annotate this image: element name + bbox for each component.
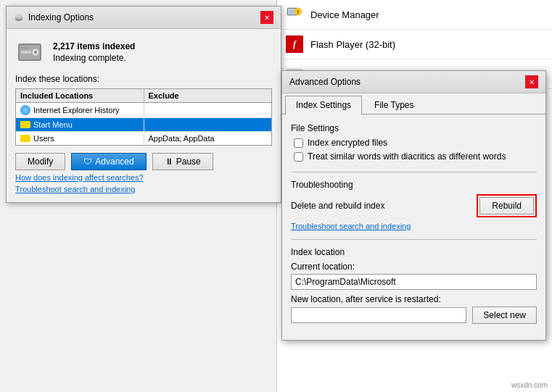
troubleshoot-search-link[interactable]: Troubleshoot search and indexing bbox=[291, 222, 537, 230]
status-message: Indexing complete. bbox=[53, 53, 135, 63]
advanced-button[interactable]: 🛡Advanced bbox=[71, 153, 146, 170]
modify-button[interactable]: Modify bbox=[15, 153, 65, 170]
device-manager-icon: ! bbox=[286, 6, 303, 23]
table-row[interactable]: Start Menu bbox=[16, 118, 271, 132]
pause-button[interactable]: ⏸Pause bbox=[152, 153, 213, 170]
advanced-dialog-title: Advanced Options bbox=[289, 77, 361, 87]
table-row[interactable]: Users AppData; AppData bbox=[16, 132, 271, 145]
svg-rect-24 bbox=[21, 51, 31, 54]
file-settings-group: File Settings Index encrypted files Trea… bbox=[291, 123, 537, 162]
pause-icon: ⏸ bbox=[165, 157, 173, 167]
advanced-dialog-body: File Settings Index encrypted files Trea… bbox=[282, 114, 545, 340]
index-location-title: Index location bbox=[291, 247, 537, 257]
checkbox-row-encrypted: Index encrypted files bbox=[291, 138, 537, 148]
location-name-ie: Internet Explorer History bbox=[33, 106, 120, 114]
checkbox-row-diacritics: Treat similar words with diacritics as d… bbox=[291, 151, 537, 162]
file-settings-title: File Settings bbox=[291, 123, 537, 133]
diacritics-label: Treat similar words with diacritics as d… bbox=[308, 151, 506, 162]
new-location-row: Select new bbox=[291, 306, 537, 324]
globe-icon bbox=[20, 105, 30, 115]
index-location-section: Index location Current location: New loc… bbox=[291, 247, 537, 324]
index-encrypted-checkbox[interactable] bbox=[294, 138, 303, 148]
divider-1 bbox=[291, 172, 537, 172]
delete-rebuild-label: Delete and rebuild index bbox=[291, 201, 384, 211]
tab-index-settings[interactable]: Index Settings bbox=[285, 96, 362, 114]
divider-2 bbox=[291, 239, 537, 240]
location-name-startmenu: Start Menu bbox=[33, 120, 73, 129]
svg-point-23 bbox=[34, 51, 37, 54]
device-manager-item[interactable]: ! Device Manager bbox=[277, 0, 552, 30]
exclude-cell-startmenu bbox=[144, 122, 272, 127]
advanced-options-dialog: Advanced Options ✕ Index Settings File T… bbox=[281, 70, 546, 341]
rebuild-button[interactable]: Rebuild bbox=[479, 197, 534, 214]
location-cell-users: Users bbox=[16, 132, 144, 145]
indexing-title-icon bbox=[14, 12, 24, 22]
tabs-bar: Index Settings File Types bbox=[282, 93, 545, 114]
svg-text:!: ! bbox=[297, 9, 299, 14]
advanced-titlebar: Advanced Options ✕ bbox=[282, 71, 545, 93]
current-location-label: Current location: bbox=[291, 262, 537, 272]
folder-icon bbox=[20, 135, 30, 142]
device-manager-label: Device Manager bbox=[310, 9, 379, 20]
locations-table: Included Locations Exclude Internet Expl… bbox=[15, 88, 272, 146]
troubleshoot-title: Troubleshooting bbox=[291, 180, 537, 190]
indexing-dialog-buttons: Modify 🛡Advanced ⏸Pause bbox=[15, 153, 272, 170]
how-does-indexing-link[interactable]: How does indexing affect searches? bbox=[15, 173, 272, 182]
location-cell-startmenu: Start Menu bbox=[16, 118, 144, 131]
status-area: 2,217 items indexed Indexing complete. bbox=[15, 38, 272, 67]
advanced-close-button[interactable]: ✕ bbox=[525, 75, 538, 88]
index-encrypted-label: Index encrypted files bbox=[308, 138, 387, 148]
col-header-included: Included Locations bbox=[16, 89, 144, 102]
hdd-icon bbox=[15, 38, 44, 67]
flash-player-item[interactable]: f Flash Player (32-bit) bbox=[277, 30, 552, 59]
rebuild-row: Delete and rebuild index Rebuild bbox=[291, 194, 537, 217]
indexing-title-area: Indexing Options bbox=[14, 12, 94, 22]
select-new-button[interactable]: Select new bbox=[472, 306, 537, 324]
flash-icon: f bbox=[286, 36, 303, 53]
current-location-input[interactable] bbox=[291, 274, 537, 290]
shield-icon: 🛡 bbox=[83, 157, 92, 167]
new-location-label: New location, after service is restarted… bbox=[291, 294, 537, 304]
flash-player-label: Flash Player (32-bit) bbox=[310, 39, 395, 50]
troubleshoot-section: Troubleshooting Delete and rebuild index… bbox=[291, 180, 537, 230]
exclude-cell-ie bbox=[144, 108, 272, 112]
exclude-cell-users: AppData; AppData bbox=[144, 132, 272, 145]
svg-rect-25 bbox=[21, 47, 27, 49]
indexing-close-button[interactable]: ✕ bbox=[260, 11, 273, 24]
indexing-dialog-title: Indexing Options bbox=[28, 12, 94, 22]
rebuild-btn-wrap: Rebuild bbox=[477, 194, 537, 217]
tab-file-types[interactable]: File Types bbox=[363, 96, 424, 114]
indexing-titlebar: Indexing Options ✕ bbox=[7, 7, 281, 29]
new-location-input[interactable] bbox=[291, 307, 466, 323]
watermark: wsxdn.com bbox=[511, 381, 548, 389]
col-header-exclude: Exclude bbox=[144, 89, 272, 102]
locations-header: Included Locations Exclude bbox=[16, 89, 271, 103]
troubleshoot-link-bottom[interactable]: Troubleshoot search and indexing bbox=[15, 185, 272, 193]
table-row[interactable]: Internet Explorer History bbox=[16, 103, 271, 118]
folder-icon bbox=[20, 121, 30, 128]
location-cell-ie: Internet Explorer History bbox=[16, 103, 144, 117]
status-count: 2,217 items indexed bbox=[53, 41, 135, 51]
status-text-area: 2,217 items indexed Indexing complete. bbox=[53, 41, 135, 63]
indexing-dialog-body: 2,217 items indexed Indexing complete. I… bbox=[7, 29, 281, 202]
indexing-options-dialog: Indexing Options ✕ 2,217 items indexed I… bbox=[6, 6, 281, 203]
diacritics-checkbox[interactable] bbox=[294, 152, 303, 162]
index-locations-title: Index these locations: bbox=[15, 74, 272, 84]
svg-point-19 bbox=[15, 14, 22, 18]
location-name-users: Users bbox=[33, 134, 54, 143]
